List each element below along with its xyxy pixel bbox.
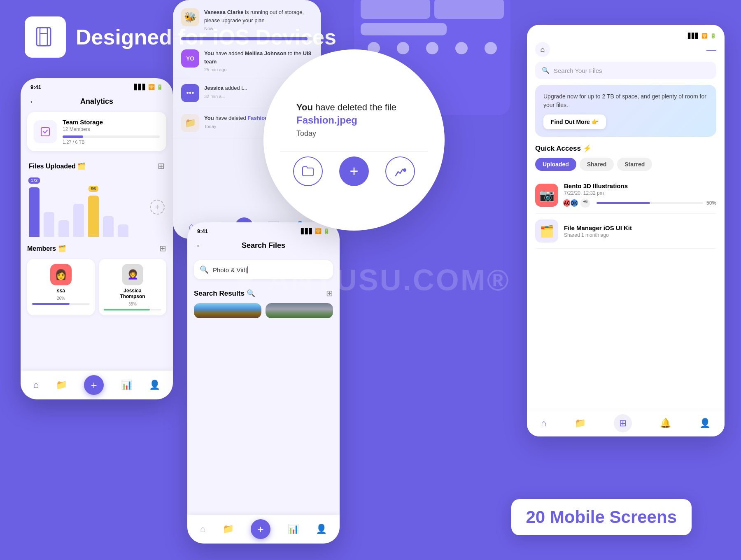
status-icons: ▋▋▋ 🛜 🔋: [134, 84, 163, 90]
signal-icon: ▋▋▋: [134, 84, 147, 90]
upgrade-banner: Upgrade now for up to 2 TB of space, and…: [535, 85, 716, 137]
file-item-filemanager[interactable]: 🗂️ File Manager iOS UI Kit Shared 1 mont…: [535, 214, 716, 249]
search-bar[interactable]: 🔍 Photo & Vid|: [194, 260, 333, 279]
search-nav-person[interactable]: 👤: [316, 524, 327, 534]
storage-progress-fill: [63, 135, 83, 138]
file-name-filemanager: File Manager iOS UI Kit: [564, 224, 716, 231]
notif-time-storage: Now: [204, 26, 313, 31]
search-status-time: 9:41: [197, 228, 208, 234]
bar-fill-4: [73, 204, 84, 237]
search-nav-folder[interactable]: 📁: [223, 524, 234, 534]
bar-fill-5: [88, 196, 99, 237]
file-item-bento[interactable]: 📷 Bento 3D Illustrations 7/22/20, 12:32 …: [535, 177, 716, 214]
popup-deleted-card: You have deleted the file Fashion.jpeg T…: [284, 94, 424, 146]
panel-nav-home[interactable]: ⌂: [541, 418, 546, 429]
add-chart-button[interactable]: +: [150, 200, 165, 215]
member-card-jessica: 👩‍🦱 JessicaThompson 38%: [99, 259, 166, 315]
nav-folder-icon[interactable]: 📁: [56, 380, 67, 390]
avatar-stack-bento: AC DK +6: [564, 198, 590, 208]
notif-text-user-add: You have added Mellisa Johnson to the UI…: [204, 49, 313, 65]
status-bar: 9:41 ▋▋▋ 🛜 🔋: [21, 78, 173, 93]
nav-person-icon[interactable]: 👤: [149, 380, 160, 390]
search-input-value[interactable]: Photo & Vid|: [213, 266, 248, 273]
result-card-nature[interactable]: Nature.2x.jpg: [194, 303, 261, 318]
bar-4: [73, 204, 84, 237]
notif-storage-fill: [181, 37, 308, 40]
popup-file-name: Fashion.jpeg: [296, 114, 412, 126]
nav-chart-icon[interactable]: 📊: [121, 380, 132, 390]
member-name-tessa: ssa: [57, 288, 65, 294]
notif-avatar-jessica: •••: [181, 84, 199, 102]
notif-avatar-user: YO: [181, 49, 199, 68]
quick-access-header: Quick Access ⚡: [535, 144, 716, 153]
tab-shared[interactable]: Shared: [580, 158, 614, 171]
tab-row: Uploaded Shared Starred: [535, 158, 716, 171]
file-pct-bento: 50%: [706, 200, 716, 206]
panel-home-icon[interactable]: ⌂: [535, 42, 550, 57]
panel-wifi: 🛜: [701, 33, 708, 39]
panel-menu-icon[interactable]: —: [706, 44, 716, 55]
member-avatar-tessa: 👩: [50, 264, 72, 285]
member-pct-tessa: 26%: [57, 296, 65, 301]
app-icon: [25, 16, 66, 58]
find-out-more-button[interactable]: Find Out More 👉: [543, 114, 606, 129]
tab-starred[interactable]: Starred: [617, 158, 652, 171]
member-bar-jessica: [104, 309, 161, 310]
members-section: Members 🗂️ ⊞ 👩 ssa 26% 👩‍🦱 JessicaThomps…: [21, 242, 173, 315]
search-nav-chart[interactable]: 📊: [288, 524, 299, 534]
panel-nav-bell[interactable]: 🔔: [660, 418, 671, 429]
results-grid-icon[interactable]: ⊞: [326, 288, 333, 298]
file-date-bento: 7/22/20, 12:32 pm: [564, 190, 716, 196]
search-nav-home[interactable]: ⌂: [200, 524, 205, 534]
bar-fill-3: [58, 220, 69, 237]
bar-6: [103, 216, 114, 237]
panel-search-box[interactable]: 🔍 Search Your Files: [535, 62, 716, 79]
bar-5: 96: [88, 196, 99, 237]
svg-rect-1: [40, 28, 47, 46]
grid-view-icon[interactable]: ⊞: [158, 161, 165, 171]
bar-badge-172: 172: [28, 177, 40, 184]
member-bar-fill-jessica: [104, 309, 150, 310]
member-bar-fill-tessa: [32, 303, 70, 305]
search-signal-icon: ▋▋▋: [301, 228, 313, 234]
file-info-bento: Bento 3D Illustrations 7/22/20, 12:32 pm…: [564, 182, 716, 208]
status-time: 9:41: [30, 84, 41, 90]
svg-rect-0: [37, 28, 51, 46]
panel-nav-grid[interactable]: ⊞: [614, 414, 632, 432]
bar-fill-1: [29, 187, 40, 237]
file-thumb-bento: 📷: [535, 184, 558, 207]
members-grid-icon[interactable]: ⊞: [159, 243, 166, 253]
result-img-nature: [194, 303, 261, 318]
team-storage-icon: [34, 120, 57, 143]
bar-fill-2: [44, 212, 54, 237]
notif-storage-bar: [181, 37, 313, 40]
back-button[interactable]: ←: [29, 97, 37, 106]
search-battery-icon: 🔋: [323, 228, 330, 234]
panel-nav-folder[interactable]: 📁: [575, 418, 586, 429]
search-nav-add[interactable]: +: [251, 519, 270, 539]
files-uploaded-title: Files Uploaded 🗂️: [29, 162, 86, 170]
member-bar-tessa: [32, 303, 90, 305]
members-title: Members 🗂️: [27, 245, 66, 252]
bar-3: [58, 220, 69, 237]
popup-plus-icon[interactable]: +: [339, 156, 369, 186]
popup-chart-icon[interactable]: [385, 156, 415, 186]
avatar-more: +6: [580, 198, 590, 208]
phone-search: 9:41 ▋▋▋ 🛜 🔋 ← Search Files 🔍 Photo & Vi…: [187, 222, 340, 544]
notif-avatar-storage: 🐝: [181, 8, 199, 26]
result-card-weekend[interactable]: Weekend.jpeg Yesterday: [266, 303, 333, 318]
search-cursor: |: [245, 266, 248, 273]
phone-analytics: 9:41 ▋▋▋ 🛜 🔋 ← Analytics Team Storage 12…: [21, 78, 173, 399]
panel-signal: ▋▋▋: [688, 33, 699, 39]
file-pct-fill-bento: [597, 202, 650, 204]
member-pct-jessica: 38%: [128, 302, 137, 306]
panel-nav-person[interactable]: 👤: [699, 418, 711, 429]
popup-folder-icon[interactable]: [293, 156, 323, 186]
tab-uploaded[interactable]: Uploaded: [535, 158, 576, 171]
team-members: 12 Members: [63, 126, 160, 132]
nav-add-button[interactable]: +: [84, 375, 104, 395]
search-back-button[interactable]: ←: [196, 241, 204, 250]
members-header: Members 🗂️ ⊞: [27, 242, 166, 255]
nav-home-icon[interactable]: ⌂: [33, 380, 39, 390]
find-out-more-label: Find Out More 👉: [551, 119, 599, 125]
